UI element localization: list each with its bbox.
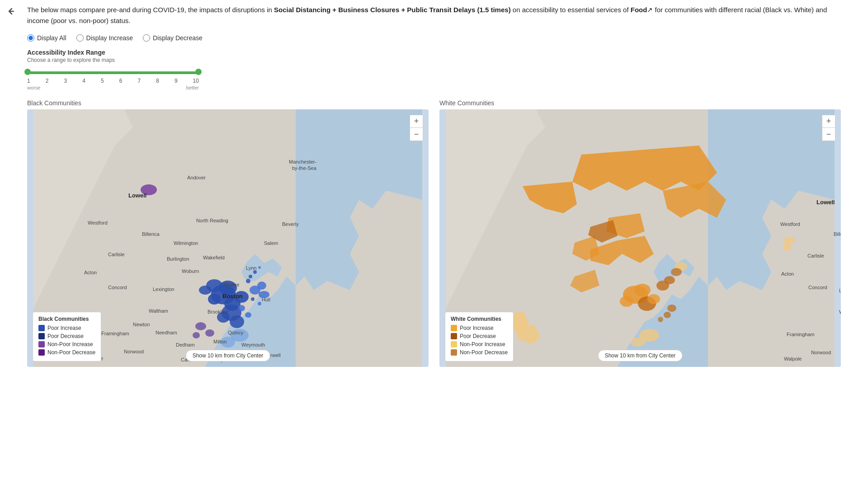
svg-text:North Reading: North Reading [196, 218, 228, 223]
svg-point-71 [783, 244, 791, 251]
svg-text:Hull: Hull [262, 297, 270, 302]
svg-text:Needham: Needham [156, 330, 177, 335]
svg-text:Beverly: Beverly [282, 221, 299, 227]
svg-text:Norwood: Norwood [124, 349, 144, 354]
white-poor-decrease-swatch [451, 333, 457, 339]
white-map-city-center-btn[interactable]: Show 10 km from City Center [598, 350, 683, 361]
slider-endpoint-labels: worse better [27, 85, 199, 90]
white-legend-nonpoor-increase: Non-Poor Increase [451, 341, 508, 347]
white-map-zoom-out[interactable]: − [822, 128, 835, 141]
svg-point-76 [667, 305, 676, 312]
svg-text:Westford: Westford [88, 220, 108, 225]
svg-text:Wilmington: Wilmington [174, 240, 198, 246]
svg-text:Burlington: Burlington [167, 256, 189, 262]
svg-text:Concord: Concord [808, 285, 827, 290]
svg-point-20 [205, 329, 214, 337]
svg-point-26 [251, 297, 255, 301]
white-map-container[interactable]: Andover Lowell North Reading Manchester-… [439, 109, 841, 367]
svg-text:Acton: Acton [84, 270, 97, 275]
svg-text:Quincy: Quincy [228, 330, 244, 335]
description-text: The below maps compare pre-and during CO… [27, 5, 841, 26]
radio-display-decrease[interactable]: Display Decrease [143, 34, 203, 42]
range-section: Accessibility Index Range Choose a range… [27, 49, 841, 90]
svg-point-80 [671, 268, 682, 276]
svg-point-24 [253, 270, 257, 274]
svg-text:Framingham: Framingham [787, 332, 815, 337]
white-map-zoom-in[interactable]: + [822, 115, 835, 128]
svg-point-72 [784, 237, 795, 244]
radio-display-increase[interactable]: Display Increase [76, 34, 133, 42]
svg-text:Milton: Milton [213, 339, 226, 344]
black-map-zoom-in[interactable]: + [410, 115, 423, 128]
svg-point-23 [249, 275, 252, 278]
svg-text:by-the-Sea: by-the-Sea [292, 165, 317, 171]
svg-text:Waltham: Waltham [839, 309, 841, 314]
black-map-title: Black Communities [27, 99, 429, 107]
svg-point-7 [230, 315, 244, 328]
svg-text:Woburn: Woburn [182, 268, 199, 274]
svg-text:Lynn: Lynn [246, 265, 256, 271]
svg-text:Brookline: Brookline [208, 309, 228, 314]
svg-point-19 [195, 322, 206, 330]
svg-point-13 [199, 286, 212, 295]
svg-point-3 [208, 294, 221, 305]
radio-group: Display All Display Increase Display Dec… [27, 34, 203, 42]
svg-text:Andover: Andover [187, 175, 206, 180]
svg-point-66 [620, 296, 633, 307]
svg-text:Acton: Acton [781, 271, 794, 277]
white-map-zoom: + − [822, 115, 835, 141]
svg-text:Norwood: Norwood [811, 350, 831, 355]
svg-text:Newton: Newton [133, 322, 150, 327]
svg-point-74 [631, 338, 645, 347]
svg-point-10 [257, 282, 266, 290]
black-communities-panel: Black Communities [27, 99, 429, 367]
svg-text:Westford: Westford [780, 221, 800, 227]
slider-thumb-right[interactable] [195, 69, 202, 75]
range-subtitle: Choose a range to explore the maps [27, 57, 841, 63]
svg-text:Waltham: Waltham [149, 308, 168, 314]
svg-text:Lowell: Lowell [128, 192, 146, 199]
black-legend-title: Black Communities [38, 316, 95, 322]
svg-point-15 [245, 312, 251, 318]
poor-decrease-swatch [38, 333, 45, 339]
white-legend-poor-increase: Poor Increase [451, 325, 508, 331]
black-legend-poor-decrease: Poor Decrease [38, 333, 95, 339]
black-legend-nonpoor-decrease: Non-Poor Decrease [38, 349, 95, 356]
food-link: Food [631, 6, 647, 14]
svg-text:Carlisle: Carlisle [807, 253, 824, 258]
back-button[interactable] [5, 5, 18, 21]
black-map-zoom-out[interactable]: − [410, 128, 423, 141]
svg-text:Dedham: Dedham [176, 342, 195, 347]
svg-text:Lexington: Lexington [153, 286, 175, 292]
svg-text:Billerica: Billerica [142, 231, 160, 237]
display-controls: Display All Display Increase Display Dec… [27, 34, 841, 42]
white-poor-increase-swatch [451, 325, 457, 331]
black-map-city-center-btn[interactable]: Show 10 km from City Center [186, 350, 270, 361]
nonpoor-decrease-swatch [38, 349, 45, 356]
black-map-container[interactable]: Andover Lowell North Reading Manchester-… [27, 109, 429, 367]
svg-text:Weymouth: Weymouth [241, 342, 265, 347]
svg-point-21 [193, 332, 200, 338]
white-nonpoor-decrease-swatch [451, 349, 457, 356]
svg-text:Lowell: Lowell [816, 199, 835, 206]
svg-point-77 [664, 312, 671, 318]
black-legend-poor-increase: Poor Increase [38, 325, 95, 331]
radio-display-all[interactable]: Display All [27, 34, 66, 42]
bold-description: Social Distancing + Business Closures + … [274, 6, 511, 14]
slider-tick-labels: 1 2 3 4 5 6 7 8 9 10 [27, 78, 199, 84]
white-legend-title: White Communities [451, 316, 508, 322]
white-legend-nonpoor-decrease: Non-Poor Decrease [451, 349, 508, 356]
white-communities-panel: White Communities [439, 99, 841, 367]
svg-text:Concord: Concord [108, 285, 127, 290]
svg-text:Salem: Salem [264, 240, 278, 246]
cursor-icon: ↗ [647, 6, 653, 14]
slider-track-wrapper [27, 67, 199, 78]
svg-text:Manchester-: Manchester- [289, 159, 316, 164]
svg-point-22 [246, 279, 250, 283]
svg-text:Boston: Boston [222, 293, 243, 300]
svg-text:Walpole: Walpole [784, 356, 802, 361]
maps-section: Black Communities [27, 99, 841, 367]
svg-text:Lexington: Lexington [839, 288, 841, 293]
slider-thumb-left[interactable] [24, 69, 31, 75]
svg-point-70 [664, 276, 675, 284]
